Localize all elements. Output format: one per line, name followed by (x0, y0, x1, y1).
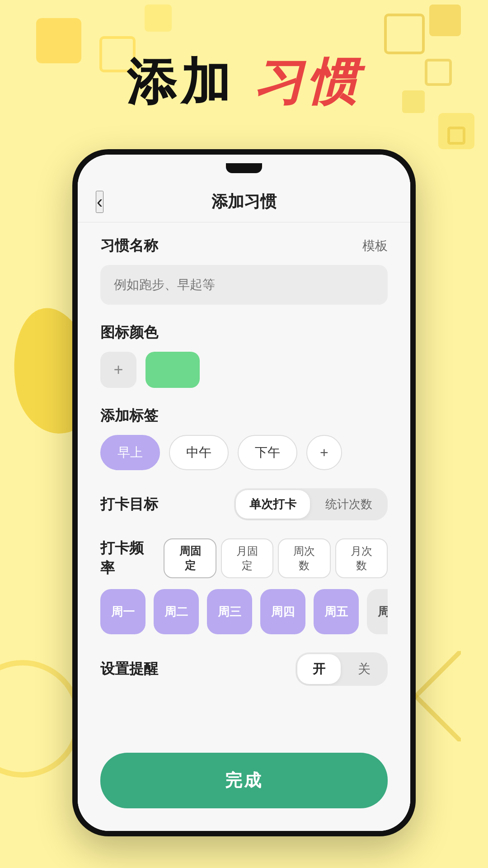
day-sat[interactable]: 周六 (367, 589, 388, 634)
hero-title-black: 添加 (127, 54, 235, 109)
reminder-row: 设置提醒 开 关 (100, 652, 388, 686)
icon-color-row: + (100, 352, 388, 388)
app-content: ‹ 添加习惯 习惯名称 模板 图标颜色 (78, 182, 410, 831)
checkin-count-option[interactable]: 统计次数 (312, 490, 386, 519)
icon-color-label: 图标颜色 (100, 323, 158, 343)
day-wed[interactable]: 周三 (207, 589, 252, 634)
circle-decoration-bottom-left (0, 660, 81, 778)
plus-icon: + (113, 360, 123, 379)
tag-noon[interactable]: 中午 (169, 435, 229, 470)
add-icon-button[interactable]: + (100, 352, 136, 388)
back-button[interactable]: ‹ (96, 191, 103, 213)
habit-name-input[interactable] (100, 265, 388, 305)
checkin-goal-toggle-group: 单次打卡 统计次数 (234, 488, 388, 520)
reminder-section: 设置提醒 开 关 (100, 652, 388, 686)
status-bar (78, 155, 410, 182)
freq-month-count[interactable]: 月次数 (335, 538, 388, 578)
template-action[interactable]: 模板 (362, 237, 388, 255)
notch (226, 163, 262, 173)
tag-add-button[interactable]: + (306, 435, 342, 470)
day-tue[interactable]: 周二 (154, 589, 199, 634)
tag-morning[interactable]: 早上 (100, 435, 160, 470)
days-row: 周一 周二 周三 周四 周五 周六 周日 (100, 589, 388, 634)
icon-color-section: 图标颜色 + (100, 323, 388, 388)
reminder-on[interactable]: 开 (297, 654, 341, 684)
hero-section: 添加 习惯 (0, 0, 488, 136)
checkin-goal-label: 打卡目标 (100, 495, 158, 514)
checkin-goal-row: 打卡目标 单次打卡 统计次数 (100, 488, 388, 520)
add-tag-section: 添加标签 早上 中午 下午 + (100, 406, 388, 470)
freq-header: 打卡频率 周固定 月固定 周次数 月次数 (100, 538, 388, 578)
checkin-goal-section: 打卡目标 单次打卡 统计次数 (100, 488, 388, 520)
reminder-toggle-group: 开 关 (296, 652, 388, 686)
day-thu[interactable]: 周四 (260, 589, 305, 634)
checkin-freq-section: 打卡频率 周固定 月固定 周次数 月次数 周一 周二 周三 周四 周五 (100, 538, 388, 634)
freq-week-fixed[interactable]: 周固定 (164, 538, 216, 578)
day-fri[interactable]: 周五 (314, 589, 359, 634)
freq-tabs: 周固定 月固定 周次数 月次数 (164, 538, 388, 578)
bottom-bar: 完成 (78, 744, 410, 831)
habit-name-section: 习惯名称 模板 (100, 236, 388, 305)
checkin-freq-label: 打卡频率 (100, 538, 156, 578)
nav-title: 添加习惯 (211, 191, 277, 213)
checkin-single-option[interactable]: 单次打卡 (236, 490, 310, 519)
day-mon[interactable]: 周一 (100, 589, 145, 634)
habit-name-label: 习惯名称 (100, 236, 158, 256)
tag-afternoon[interactable]: 下午 (238, 435, 297, 470)
hero-title-red: 习惯 (253, 54, 361, 109)
form-scroll-area: 习惯名称 模板 图标颜色 + (78, 236, 410, 744)
complete-button[interactable]: 完成 (100, 753, 388, 808)
tags-row: 早上 中午 下午 + (100, 435, 388, 470)
freq-week-count[interactable]: 周次数 (278, 538, 330, 578)
phone-mockup: ‹ 添加习惯 习惯名称 模板 图标颜色 (72, 149, 416, 836)
freq-month-fixed[interactable]: 月固定 (221, 538, 273, 578)
reminder-label: 设置提醒 (100, 659, 158, 679)
phone-screen: ‹ 添加习惯 习惯名称 模板 图标颜色 (78, 155, 410, 831)
nav-bar: ‹ 添加习惯 (78, 182, 410, 222)
color-swatch-green[interactable] (145, 352, 200, 388)
reminder-off[interactable]: 关 (343, 654, 386, 684)
add-tag-label: 添加标签 (100, 406, 158, 426)
